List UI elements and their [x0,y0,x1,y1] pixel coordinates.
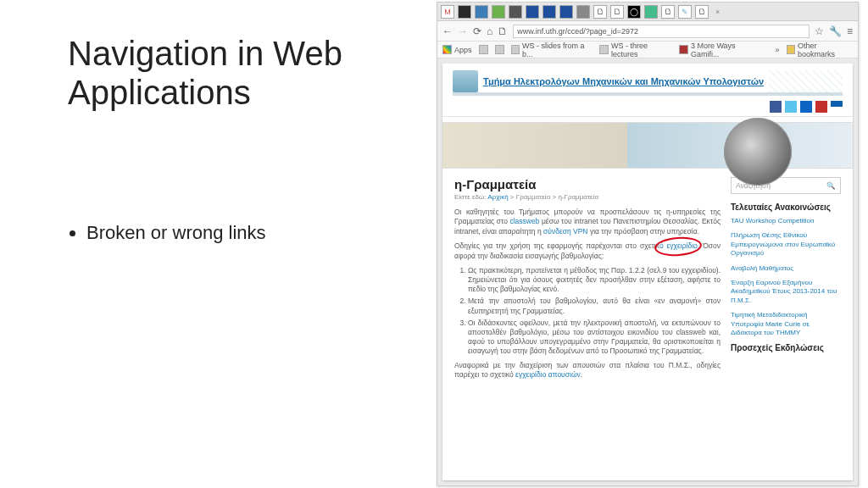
bookmark-item[interactable] [479,45,488,54]
tab-icon[interactable]: 🗋 [695,5,709,19]
tab-icon[interactable]: 🗋 [593,5,607,19]
tab-icon[interactable] [576,5,590,19]
sidebar-heading-announcements: Τελευταίες Ανακοινώσεις [731,202,841,212]
bookmark-item[interactable]: WS - three lectures [599,42,672,58]
sidebar-heading-events: Προσεχείς Εκδηλώσεις [731,343,841,352]
search-icon[interactable]: 🔍 [826,181,836,190]
facebook-icon[interactable] [770,101,782,113]
slide-title: Navigation in Web Applications [68,34,390,112]
dept-logo [453,70,478,92]
home-button[interactable]: ⌂ [487,25,492,37]
other-bookmarks-label: Other bookmarks [798,42,853,58]
apps-button[interactable]: Apps [442,45,472,54]
back-button[interactable]: ← [442,25,453,37]
sidebar-link[interactable]: Πλήρωση Θέσης Εθνικού Εμπειρογνώμονα στο… [731,231,841,258]
tab-icon[interactable]: M [441,5,454,19]
sidebar-link[interactable]: TAU Workshop Competition [731,217,841,225]
apps-label: Apps [454,46,472,54]
breadcrumb: Είστε εδώ: Αρχική > Γραμματεία > η-Γραμμ… [454,193,721,201]
tab-icon[interactable]: ◯ [627,5,641,19]
wrench-icon[interactable]: 🔧 [829,25,842,37]
list-item: Μετά την αποστολή του βαθμολογίου, αυτό … [468,297,721,315]
article-content: η-Γραμματεία Είστε εδώ: Αρχική > Γραμματ… [454,177,721,474]
viewport: Τμήμα Ηλεκτρολόγων Μηχανικών και Μηχανικ… [437,58,858,485]
dept-title-link[interactable]: Τμήμα Ηλεκτρολόγων Μηχανικών και Μηχανικ… [483,76,764,86]
tab-icon[interactable] [475,5,488,19]
tab-icon[interactable] [492,5,505,19]
bookmark-label: WS - three lectures [611,42,673,58]
address-bar[interactable]: www.inf.uth.gr/cced/?page_id=2972 [513,25,810,38]
browser-window: M 🗋 🗋 ◯ 🗋 ✎ 🗋 × ← → ⟳ ⌂ 🗋 www.inf.uth.gr… [437,2,859,486]
sidebar-link[interactable]: Αναβολή Μαθήματος [731,264,841,273]
page-title: η-Γραμματεία [454,177,721,191]
bookmarks-bar: Apps WS - slides from a b... WS - three … [437,42,858,58]
sidebar-link[interactable]: Έναρξη Εαρινού Εξαμήνου Ακαδημαϊκού Έτου… [731,279,841,305]
bookmark-item[interactable]: WS - slides from a b... [511,42,593,58]
tab-close-icon[interactable]: × [715,8,720,16]
chevron-right-icon[interactable]: » [776,46,780,54]
classweb-link[interactable]: classweb [509,217,539,225]
file-icon: 🗋 [498,25,508,37]
bookmark-item[interactable]: 3 More Ways Gamifi... [679,42,761,58]
linkedin-icon[interactable] [800,101,812,113]
absences-manual-link[interactable]: εγχειρίδιο απουσιών [515,370,581,379]
breadcrumb-home[interactable]: Αρχική [487,193,508,201]
sidebar: Αναζήτηση 🔍 Τελευταίες Ανακοινώσεις TAU … [731,177,841,474]
header-decoration [769,70,843,92]
tab-icon[interactable]: 🗋 [661,5,675,19]
slide-bullet: Broken or wrong links [86,222,390,244]
flag-icon[interactable] [831,101,843,113]
tab-icon[interactable] [458,5,471,19]
star-icon[interactable]: ☆ [815,25,824,37]
tab-icon[interactable] [542,5,556,19]
list-item: Οι διδάσκοντες οφείλουν, μετά την ηλεκτρ… [468,319,721,356]
tab-strip: M 🗋 🗋 ◯ 🗋 ✎ 🗋 × [437,3,858,21]
forward-button[interactable]: → [458,25,468,37]
youtube-icon[interactable] [815,101,827,113]
tab-icon[interactable]: 🗋 [610,5,624,19]
instruction-list: Ως πρακτικότερη, προτείνεται η μέθοδος τ… [454,266,721,355]
hero-image [442,122,853,169]
webpage: Τμήμα Ηλεκτρολόγων Μηχανικών και Μηχανικ… [442,64,853,480]
other-bookmarks[interactable]: Other bookmarks [787,42,853,58]
bookmark-item[interactable] [495,45,504,54]
tab-icon[interactable] [526,5,539,19]
bookmark-label: WS - slides from a b... [522,42,593,58]
sidebar-link[interactable]: Τιμητική Μεταδιδακτορική Υποτροφία Marie… [731,311,841,337]
list-item: Ως πρακτικότερη, προτείνεται η μέθοδος τ… [468,266,721,294]
menu-icon[interactable]: ≡ [847,25,853,37]
vpn-link[interactable]: σύνδεση VPN [543,227,587,236]
tab-icon[interactable] [509,5,522,19]
reload-button[interactable]: ⟳ [473,25,481,37]
twitter-icon[interactable] [785,101,797,113]
tab-icon[interactable] [644,5,658,19]
tab-icon[interactable] [559,5,573,19]
bookmark-label: 3 More Ways Gamifi... [691,42,762,58]
manual-link-highlighted[interactable]: ό εγχειρίδιο. [659,241,699,250]
nav-bar: ← → ⟳ ⌂ 🗋 www.inf.uth.gr/cced/?page_id=2… [437,21,858,42]
tab-icon[interactable]: ✎ [678,5,692,19]
